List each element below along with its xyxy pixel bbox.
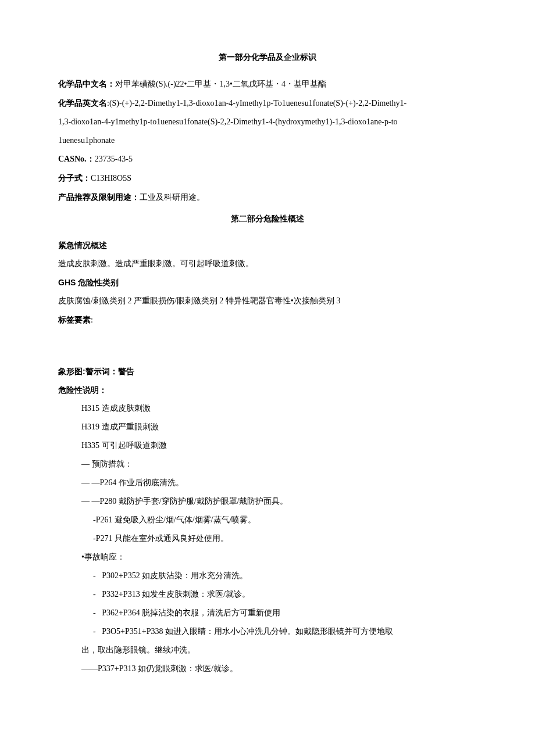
p337: ——P337+P313 如仍觉眼刺激：求医/就诊。 xyxy=(58,661,477,677)
p271: -P271 只能在室外或通风良好处使用。 xyxy=(58,531,477,547)
chinese-name-label: 化学品中文名： xyxy=(58,79,115,88)
label-elements-line: 标签要素: xyxy=(58,311,477,328)
h319: H319 造成严重眼刺激 xyxy=(58,419,477,435)
emergency-text: 造成皮肤刺激。造成严重眼刺激。可引起呼吸道刺激。 xyxy=(58,256,477,272)
cas-label: CASNo.： xyxy=(58,155,95,163)
ghs-label: GHS 危险性类别 xyxy=(58,274,477,291)
p280: — —P280 戴防护手套/穿防护服/戴防护眼罩/戴防护面具。 xyxy=(58,493,477,510)
pictogram-label: 象形图:警示词：警告 xyxy=(58,363,477,379)
p305b: 出，取出隐形眼镜。继续冲洗。 xyxy=(58,642,477,658)
h335: H335 可引起呼吸道刺激 xyxy=(58,438,477,454)
prevention-label: — 预防措就： xyxy=(58,456,477,472)
label-elements-label: 标签要素 xyxy=(58,315,91,324)
formula-line: 分子式：C13HI8O5S xyxy=(58,170,477,187)
hazard-label: 危险性说明： xyxy=(58,382,477,398)
h315: H315 造成皮肤刺激 xyxy=(58,400,477,417)
p305: - P3O5+P351+P338 如进入眼睛：用水小心冲洗几分钟。如戴隐形眼镜并… xyxy=(58,624,477,640)
use-line: 产品推荐及限制用途：工业及科研用途。 xyxy=(58,189,477,206)
cas-line: CASNo.：23735-43-5 xyxy=(58,151,477,167)
english-name-2: 1,3-dioxo1an-4-y1methy1p-to1uenesu1fonat… xyxy=(58,114,477,130)
p264: — —P264 作业后彻底清洗。 xyxy=(58,475,477,491)
use-value: 工业及科研用途。 xyxy=(140,193,205,202)
english-name-label: 化学品英文名 xyxy=(58,98,107,108)
formula-label: 分子式： xyxy=(58,173,91,182)
english-name-1: :(S)-(+)-2,2-Dimethy1-1,3-dioxo1an-4-yIm… xyxy=(107,99,406,108)
cas-value: 23735-43-5 xyxy=(95,155,133,163)
p362: - P362+P364 脱掉沾染的衣服，清洗后方可重新使用 xyxy=(58,605,477,621)
section1-title: 第一部分化学品及企业标识 xyxy=(58,49,477,65)
ghs-text: 皮肤腐蚀/刺激类别 2 严重眼损伤/眼刺激类别 2 特异性靶器官毒性•次接触类别… xyxy=(58,293,477,309)
section2-title: 第二部分危险性概述 xyxy=(58,210,477,227)
response-label: •事故响应： xyxy=(58,549,477,565)
p332: - P332+P313 如发生皮肤刺激：求医/就诊。 xyxy=(58,586,477,603)
chinese-name: 对甲苯磺酸(S).(-)22•二甲基・1,3•二氧戊环基・4・基甲基酯 xyxy=(115,80,326,88)
emergency-label: 紧急情况概述 xyxy=(58,237,477,253)
english-name-line1: 化学品英文名:(S)-(+)-2,2-Dimethy1-1,3-dioxo1an… xyxy=(58,95,477,112)
chinese-name-line: 化学品中文名：对甲苯磺酸(S).(-)22•二甲基・1,3•二氧戊环基・4・基甲… xyxy=(58,76,477,92)
english-name-3: 1uenesu1phonate xyxy=(58,132,477,149)
pictogram-space xyxy=(58,331,477,363)
use-label: 产品推荐及限制用途： xyxy=(58,192,140,202)
p261: -P261 避免吸入粉尘/烟/气体/烟雾/蒸气/喷雾。 xyxy=(58,512,477,528)
formula-value: C13HI8O5S xyxy=(91,174,131,182)
p302: - P302+P352 如皮肤沾染：用水充分清洗。 xyxy=(58,568,477,584)
